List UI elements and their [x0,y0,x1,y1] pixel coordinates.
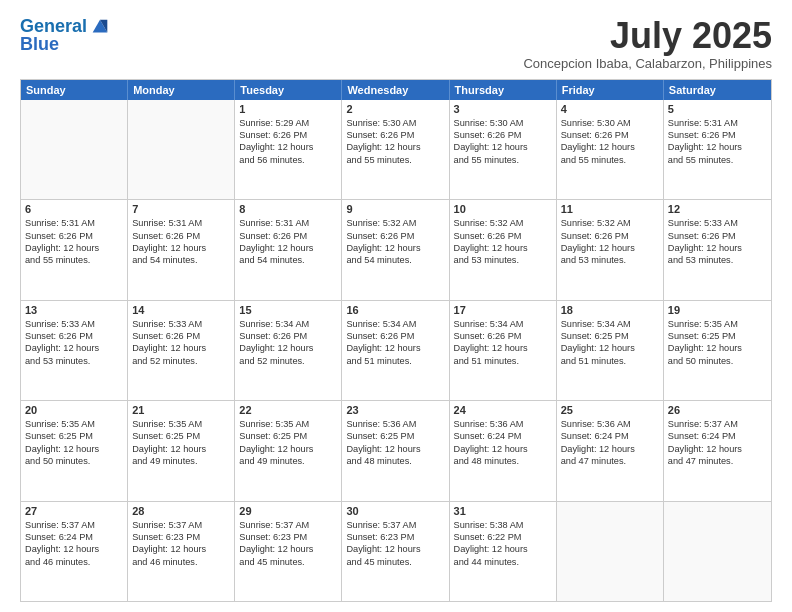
cell-info-line: and 47 minutes. [561,455,659,467]
cell-info-line: Sunrise: 5:38 AM [454,519,552,531]
calendar-cell: 19Sunrise: 5:35 AMSunset: 6:25 PMDayligh… [664,301,771,400]
day-number: 24 [454,404,552,416]
cell-info-line: and 45 minutes. [346,556,444,568]
cell-info-line: Sunrise: 5:31 AM [132,217,230,229]
day-number: 18 [561,304,659,316]
cell-info-line: and 53 minutes. [25,355,123,367]
cell-info-line: Daylight: 12 hours [25,543,123,555]
cell-info-line: and 44 minutes. [454,556,552,568]
day-number: 2 [346,103,444,115]
calendar-row-1: 6Sunrise: 5:31 AMSunset: 6:26 PMDaylight… [21,199,771,299]
cell-info-line: Sunrise: 5:32 AM [561,217,659,229]
cell-info-line: Sunset: 6:26 PM [346,129,444,141]
cell-info-line: Sunset: 6:26 PM [454,330,552,342]
cell-info-line: Daylight: 12 hours [25,443,123,455]
cell-info-line: and 54 minutes. [239,254,337,266]
cell-info-line: Daylight: 12 hours [454,543,552,555]
cell-info-line: and 51 minutes. [454,355,552,367]
header-cell-monday: Monday [128,80,235,100]
cell-info-line: Sunrise: 5:35 AM [132,418,230,430]
day-number: 6 [25,203,123,215]
calendar-row-4: 27Sunrise: 5:37 AMSunset: 6:24 PMDayligh… [21,501,771,601]
header-cell-saturday: Saturday [664,80,771,100]
cell-info-line: Sunset: 6:26 PM [239,129,337,141]
cell-info-line: Sunset: 6:24 PM [668,430,767,442]
day-number: 23 [346,404,444,416]
cell-info-line: and 55 minutes. [561,154,659,166]
cell-info-line: and 48 minutes. [454,455,552,467]
calendar-cell: 15Sunrise: 5:34 AMSunset: 6:26 PMDayligh… [235,301,342,400]
calendar-row-2: 13Sunrise: 5:33 AMSunset: 6:26 PMDayligh… [21,300,771,400]
calendar-cell: 9Sunrise: 5:32 AMSunset: 6:26 PMDaylight… [342,200,449,299]
calendar-cell [557,502,664,601]
cell-info-line: Daylight: 12 hours [454,141,552,153]
cell-info-line: Sunset: 6:26 PM [454,230,552,242]
day-number: 29 [239,505,337,517]
cell-info-line: and 49 minutes. [132,455,230,467]
day-number: 22 [239,404,337,416]
header-cell-tuesday: Tuesday [235,80,342,100]
day-number: 10 [454,203,552,215]
calendar-cell: 21Sunrise: 5:35 AMSunset: 6:25 PMDayligh… [128,401,235,500]
day-number: 16 [346,304,444,316]
calendar-cell: 4Sunrise: 5:30 AMSunset: 6:26 PMDaylight… [557,100,664,199]
cell-info-line: Sunset: 6:26 PM [239,330,337,342]
cell-info-line: Daylight: 12 hours [346,141,444,153]
calendar-cell: 27Sunrise: 5:37 AMSunset: 6:24 PMDayligh… [21,502,128,601]
calendar: SundayMondayTuesdayWednesdayThursdayFrid… [20,79,772,602]
calendar-cell: 17Sunrise: 5:34 AMSunset: 6:26 PMDayligh… [450,301,557,400]
calendar-cell: 24Sunrise: 5:36 AMSunset: 6:24 PMDayligh… [450,401,557,500]
cell-info-line: and 45 minutes. [239,556,337,568]
calendar-cell: 29Sunrise: 5:37 AMSunset: 6:23 PMDayligh… [235,502,342,601]
cell-info-line: Daylight: 12 hours [561,141,659,153]
cell-info-line: Sunset: 6:25 PM [132,430,230,442]
cell-info-line: Sunrise: 5:36 AM [561,418,659,430]
cell-info-line: Daylight: 12 hours [454,342,552,354]
cell-info-line: Sunrise: 5:33 AM [668,217,767,229]
cell-info-line: Sunset: 6:26 PM [454,129,552,141]
calendar-body: 1Sunrise: 5:29 AMSunset: 6:26 PMDaylight… [21,100,771,601]
cell-info-line: Sunset: 6:23 PM [346,531,444,543]
cell-info-line: and 46 minutes. [25,556,123,568]
cell-info-line: and 56 minutes. [239,154,337,166]
logo-icon [89,16,111,38]
cell-info-line: Daylight: 12 hours [239,141,337,153]
cell-info-line: Sunset: 6:25 PM [668,330,767,342]
cell-info-line: Sunset: 6:26 PM [668,230,767,242]
calendar-cell: 2Sunrise: 5:30 AMSunset: 6:26 PMDaylight… [342,100,449,199]
cell-info-line: Sunset: 6:25 PM [25,430,123,442]
calendar-cell: 22Sunrise: 5:35 AMSunset: 6:25 PMDayligh… [235,401,342,500]
cell-info-line: Daylight: 12 hours [132,342,230,354]
cell-info-line: Sunrise: 5:29 AM [239,117,337,129]
cell-info-line: and 48 minutes. [346,455,444,467]
day-number: 12 [668,203,767,215]
cell-info-line: Daylight: 12 hours [668,342,767,354]
cell-info-line: Daylight: 12 hours [25,342,123,354]
header-cell-wednesday: Wednesday [342,80,449,100]
calendar-cell: 12Sunrise: 5:33 AMSunset: 6:26 PMDayligh… [664,200,771,299]
calendar-cell: 8Sunrise: 5:31 AMSunset: 6:26 PMDaylight… [235,200,342,299]
calendar-cell: 7Sunrise: 5:31 AMSunset: 6:26 PMDaylight… [128,200,235,299]
cell-info-line: Sunset: 6:24 PM [561,430,659,442]
calendar-cell: 1Sunrise: 5:29 AMSunset: 6:26 PMDaylight… [235,100,342,199]
calendar-cell: 10Sunrise: 5:32 AMSunset: 6:26 PMDayligh… [450,200,557,299]
cell-info-line: Sunset: 6:23 PM [132,531,230,543]
cell-info-line: Sunrise: 5:34 AM [561,318,659,330]
cell-info-line: and 53 minutes. [668,254,767,266]
calendar-cell: 30Sunrise: 5:37 AMSunset: 6:23 PMDayligh… [342,502,449,601]
header-cell-thursday: Thursday [450,80,557,100]
cell-info-line: Sunset: 6:25 PM [239,430,337,442]
cell-info-line: Sunset: 6:26 PM [561,129,659,141]
cell-info-line: and 47 minutes. [668,455,767,467]
cell-info-line: and 49 minutes. [239,455,337,467]
logo: General Blue [20,16,111,55]
cell-info-line: and 53 minutes. [561,254,659,266]
cell-info-line: Daylight: 12 hours [239,242,337,254]
cell-info-line: Daylight: 12 hours [668,443,767,455]
cell-info-line: Sunset: 6:26 PM [25,230,123,242]
calendar-cell: 11Sunrise: 5:32 AMSunset: 6:26 PMDayligh… [557,200,664,299]
cell-info-line: and 54 minutes. [132,254,230,266]
cell-info-line: Daylight: 12 hours [239,543,337,555]
cell-info-line: Sunrise: 5:30 AM [561,117,659,129]
day-number: 17 [454,304,552,316]
